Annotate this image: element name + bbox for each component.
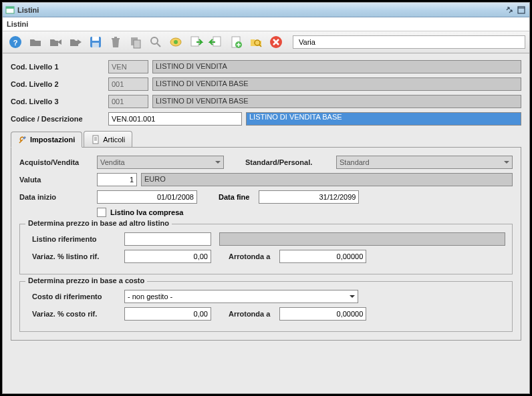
level1-desc: LISTINO DI VENDITA: [152, 60, 521, 73]
find-button[interactable]: [247, 33, 265, 51]
svg-point-13: [151, 37, 158, 44]
valuta-desc: EURO: [141, 173, 513, 186]
desc-input[interactable]: LISTINO DI VENDITA BASE: [246, 112, 521, 126]
delete-button[interactable]: [107, 33, 124, 51]
group1-title: Determina prezzo in base ad altro listin…: [25, 219, 172, 227]
iva-checkbox[interactable]: [97, 208, 106, 217]
arrot1-input[interactable]: [279, 250, 366, 263]
codedesc-label: Codice / Descrizione: [11, 115, 104, 123]
content-area: Cod. Livello 1 LISTINO DI VENDITA Cod. L…: [3, 53, 529, 393]
datainizio-label: Data inizio: [19, 193, 93, 201]
iva-label: Listino Iva compresa: [110, 208, 183, 216]
level2-label: Cod. Livello 2: [11, 80, 104, 88]
acqven-label: Acquisto/Vendita: [19, 158, 93, 166]
datafine-input[interactable]: [259, 190, 359, 204]
datainizio-input[interactable]: [97, 190, 197, 204]
prev-button[interactable]: [47, 33, 64, 51]
refresh-button[interactable]: [167, 33, 184, 51]
valuta-label: Valuta: [19, 176, 93, 184]
level3-code[interactable]: [108, 95, 148, 108]
variaz2-label: Variaz. % costo rif.: [27, 310, 120, 318]
svg-rect-8: [92, 43, 99, 47]
listino-rif-label: Listino riferimento: [27, 235, 120, 243]
tabstrip: Impostazioni Articoli: [11, 131, 521, 148]
datafine-label: Data fine: [219, 193, 249, 201]
window-title: Listini: [17, 6, 504, 14]
tab-impostazioni-label: Impostazioni: [30, 136, 75, 144]
maximize-button[interactable]: [516, 5, 527, 15]
costo-rif-select[interactable]: - non gestito -: [124, 290, 358, 303]
tab-body: Acquisto/Vendita Vendita Standard/Person…: [11, 148, 521, 341]
variaz1-label: Variaz. % listino rif.: [27, 252, 120, 260]
group-costo: Determina prezzo in base a costo Costo d…: [19, 281, 513, 332]
copy-button[interactable]: [127, 33, 144, 51]
import-button[interactable]: [187, 33, 205, 51]
stdpers-select[interactable]: Standard: [336, 156, 513, 169]
arrot2-label: Arrotonda a: [229, 310, 270, 318]
arrot1-label: Arrotonda a: [229, 252, 270, 260]
level3-desc: LISTINO DI VENDITA BASE: [152, 95, 521, 108]
group-altro-listino: Determina prezzo in base ad altro listin…: [19, 224, 513, 274]
next-button[interactable]: [67, 33, 84, 51]
export-button[interactable]: [207, 33, 225, 51]
variaz1-input[interactable]: [124, 250, 211, 263]
app-window: Listini Listini ? Varia Cod. Livello 1 L…: [2, 2, 530, 394]
wrench-icon: [18, 135, 27, 144]
stdpers-label: Standard/Personal.: [245, 158, 332, 166]
detach-button[interactable]: [504, 5, 515, 15]
svg-rect-10: [114, 37, 117, 38]
level1-code[interactable]: [108, 60, 148, 73]
svg-point-16: [174, 40, 178, 44]
valuta-input[interactable]: [97, 173, 137, 186]
toolbar-status: Varia: [293, 35, 525, 49]
svg-rect-12: [134, 40, 140, 48]
group2-title: Determina prezzo in base a costo: [25, 276, 147, 284]
code-input[interactable]: [108, 112, 242, 126]
tab-articoli-label: Articoli: [103, 136, 125, 144]
arrot2-input[interactable]: [279, 307, 366, 321]
listino-rif-input[interactable]: [124, 232, 211, 246]
document-icon: [91, 135, 100, 144]
variaz2-input[interactable]: [124, 307, 211, 321]
level3-label: Cod. Livello 3: [11, 97, 104, 106]
level1-label: Cod. Livello 1: [11, 63, 104, 71]
acqven-select[interactable]: Vendita: [97, 156, 224, 169]
svg-text:?: ?: [13, 39, 18, 47]
tab-impostazioni[interactable]: Impostazioni: [11, 132, 82, 148]
app-icon: [5, 5, 15, 15]
svg-rect-24: [93, 136, 98, 144]
costo-rif-label: Costo di riferimento: [27, 292, 120, 301]
help-button[interactable]: ?: [7, 33, 24, 51]
folder-button[interactable]: [27, 33, 44, 51]
svg-rect-9: [112, 38, 120, 39]
cancel-button[interactable]: [267, 33, 285, 51]
new-doc-button[interactable]: [227, 33, 245, 51]
search-button[interactable]: [147, 33, 164, 51]
titlebar: Listini: [3, 3, 529, 17]
svg-rect-7: [92, 37, 99, 41]
tab-articoli[interactable]: Articoli: [84, 131, 132, 147]
level2-desc: LISTINO DI VENDITA BASE: [152, 77, 521, 91]
svg-line-14: [157, 43, 160, 47]
level2-code[interactable]: [108, 77, 148, 91]
svg-rect-1: [6, 7, 14, 9]
save-button[interactable]: [87, 33, 104, 51]
toolbar: ? Varia: [3, 31, 529, 53]
subheader-title: Listini: [3, 17, 529, 31]
listino-rif-desc: [219, 232, 505, 246]
